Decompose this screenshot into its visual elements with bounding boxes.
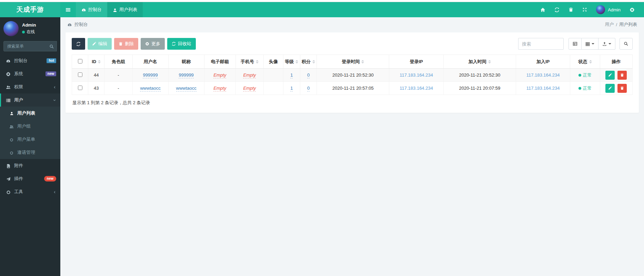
- sidebar-item-addon[interactable]: 插件 new: [0, 172, 60, 185]
- header-id[interactable]: ID: [88, 55, 104, 69]
- row-delete-button[interactable]: [617, 84, 627, 93]
- username-link[interactable]: 999999: [143, 72, 158, 78]
- main-content: 控制台 用户 / 用户列表 编辑 删除 更多: [60, 17, 644, 276]
- refresh-button[interactable]: [550, 7, 564, 12]
- table-toolbar: 编辑 删除 更多 回收站: [72, 38, 633, 50]
- brand-logo[interactable]: 天成手游: [0, 2, 60, 17]
- cell-login-ip: 117.183.164.234: [389, 69, 444, 82]
- sidebar-item-dashboard[interactable]: 控制台 hot: [0, 54, 60, 67]
- header-login-time[interactable]: 登录时间: [317, 55, 389, 69]
- sidebar-item-label: 控制台: [14, 58, 43, 64]
- sidebar-item-tools[interactable]: 工具: [0, 185, 60, 198]
- sort-icon: [98, 60, 101, 63]
- user-menu[interactable]: Admin: [592, 5, 625, 14]
- avatar[interactable]: [3, 21, 19, 36]
- level-link[interactable]: 1: [290, 86, 293, 91]
- score-link[interactable]: 0: [307, 72, 310, 78]
- row-edit-button[interactable]: [605, 71, 615, 80]
- edit-button[interactable]: 编辑: [88, 38, 112, 50]
- header-email[interactable]: 电子邮箱: [204, 55, 235, 69]
- sidebar-item-label: 工具: [14, 189, 50, 195]
- advanced-search-button[interactable]: [620, 38, 633, 50]
- pencil-icon: [92, 42, 96, 46]
- sidebar-item-user-menu[interactable]: 用户菜单: [0, 133, 60, 146]
- sidebar-item-system[interactable]: 系统 new: [0, 67, 60, 80]
- breadcrumb-parent[interactable]: 用户: [605, 21, 614, 28]
- delete-button[interactable]: 删除: [114, 38, 138, 50]
- header-mobile[interactable]: 手机号: [235, 55, 263, 69]
- header-nickname[interactable]: 昵称: [168, 55, 204, 69]
- row-edit-button[interactable]: [605, 84, 615, 93]
- sidebar-item-auth[interactable]: 权限: [0, 80, 60, 93]
- columns-button[interactable]: [582, 38, 598, 50]
- table-view-buttons: [568, 38, 615, 50]
- export-button[interactable]: [598, 38, 615, 50]
- list-icon: [6, 97, 11, 103]
- clear-cache-button[interactable]: [564, 7, 578, 12]
- caret-down-icon: [608, 43, 611, 45]
- table-search-input[interactable]: [518, 38, 564, 50]
- breadcrumb-current: 控制台: [74, 21, 88, 28]
- dashboard-icon: [6, 58, 11, 63]
- cell-avatar: [264, 82, 283, 95]
- toggle-view-button[interactable]: [568, 38, 582, 50]
- refresh-icon: [554, 7, 560, 12]
- topbar: 天成手游 控制台 用户列表: [0, 2, 644, 17]
- recycle-bin-button[interactable]: 回收站: [167, 38, 196, 50]
- refresh-button[interactable]: [72, 38, 85, 50]
- header-join-time[interactable]: 加入时间: [443, 55, 516, 69]
- tab-user-list[interactable]: 用户列表: [107, 2, 143, 17]
- sidebar-item-user-list[interactable]: 用户列表: [0, 107, 60, 120]
- row-checkbox[interactable]: [78, 72, 82, 77]
- dashboard-icon: [81, 7, 86, 12]
- caret-down-icon: [592, 43, 594, 45]
- header-rolegroup[interactable]: 角色组: [104, 55, 132, 69]
- cell-login-ip: 117.183.164.234: [389, 82, 444, 95]
- fullscreen-button[interactable]: [578, 7, 592, 12]
- row-delete-button[interactable]: [617, 71, 627, 80]
- nickname-link[interactable]: 999999: [179, 72, 193, 78]
- sidebar-username: Admin: [22, 22, 36, 28]
- sidebar: Admin 在线 控制台 hot 系统 new 权限 用户: [0, 17, 60, 276]
- export-icon: [602, 42, 607, 46]
- cell-join-time: 2020-11-21 20:07:59: [443, 82, 516, 95]
- level-link[interactable]: 1: [290, 72, 293, 78]
- header-login-ip[interactable]: 登录IP: [389, 55, 444, 69]
- header-score[interactable]: 积分: [300, 55, 317, 69]
- mobile-link[interactable]: Empty: [243, 86, 256, 91]
- menu-search-input[interactable]: [3, 41, 57, 51]
- select-all-checkbox[interactable]: [78, 59, 82, 63]
- nickname-link[interactable]: wwwtaocc: [176, 86, 197, 91]
- email-link[interactable]: Empty: [213, 86, 226, 91]
- home-button[interactable]: [536, 7, 550, 12]
- username-link[interactable]: wwwtaocc: [140, 86, 160, 91]
- header-join-ip[interactable]: 加入IP: [516, 55, 570, 69]
- mobile-link[interactable]: Empty: [243, 72, 256, 78]
- sidebar-item-user[interactable]: 用户: [0, 93, 60, 107]
- score-link[interactable]: 0: [307, 86, 310, 91]
- tab-dashboard[interactable]: 控制台: [76, 2, 107, 17]
- sidebar-item-user-group[interactable]: 用户组: [0, 120, 60, 133]
- email-link[interactable]: Empty: [213, 72, 226, 78]
- expand-icon: [582, 7, 587, 12]
- online-dot-icon: [22, 31, 25, 33]
- sidebar-item-label: 系统: [14, 71, 42, 77]
- tab-userlist-label: 用户列表: [119, 7, 137, 13]
- table-row: 44 - 999999 999999 Empty Empty 1 0 2020-…: [72, 69, 633, 82]
- header-status[interactable]: 状态: [570, 55, 600, 69]
- header-username[interactable]: 用户名: [132, 55, 168, 69]
- settings-button[interactable]: [625, 7, 639, 12]
- more-button[interactable]: 更多: [141, 38, 165, 50]
- record-summary: 显示第 1 到第 2 条记录，总共 2 条记录: [72, 95, 633, 108]
- sidebar-item-invite[interactable]: 邀请管理: [0, 146, 60, 159]
- row-checkbox[interactable]: [78, 86, 82, 90]
- table-row: 43 - wwwtaocc wwwtaocc Empty Empty 1 0 2…: [72, 82, 633, 95]
- search-icon: [49, 43, 54, 49]
- header-level[interactable]: 等级: [283, 55, 300, 69]
- sort-icon: [361, 60, 364, 63]
- sidebar-item-attachment[interactable]: 附件: [0, 159, 60, 172]
- cell-operations: [600, 82, 632, 95]
- header-avatar[interactable]: 头像: [264, 55, 283, 69]
- pencil-icon: [608, 73, 612, 77]
- sidebar-toggle-button[interactable]: [60, 2, 76, 17]
